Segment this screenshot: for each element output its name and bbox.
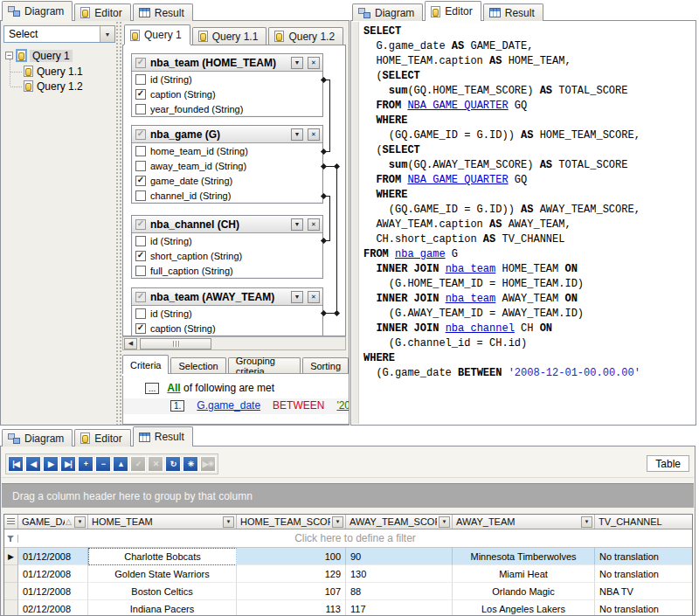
entity-close-button[interactable]: ✕ — [308, 218, 320, 231]
entity-dropdown-button[interactable]: ▼ — [291, 218, 303, 231]
table-cell[interactable]: 02/12/2008 — [18, 600, 88, 615]
nav-first-button[interactable]: |◀ — [8, 456, 24, 472]
entity-header[interactable]: nba_channel (CH)▼✕ — [132, 216, 322, 233]
entity-dropdown-button[interactable]: ▼ — [291, 57, 303, 69]
table-row[interactable]: ▶01/12/2008Charlotte Bobcats10090Minneso… — [4, 548, 692, 565]
table-cell[interactable]: 01/12/2008 — [18, 583, 88, 600]
diagram-hscrollbar[interactable]: ◀ — [122, 336, 346, 350]
entity-box[interactable]: nba_game (G)▼✕home_team_id (String)away_… — [131, 125, 323, 204]
column-header-tv_channel[interactable]: TV_CHANNEL — [595, 515, 693, 529]
entity-close-button[interactable]: ✕ — [308, 291, 320, 303]
tab-query-1[interactable]: Query 1 — [124, 24, 190, 45]
field-checkbox[interactable] — [135, 176, 146, 186]
nav-last-button[interactable]: ▶| — [60, 456, 76, 472]
sql-editor[interactable]: SELECT G.game_date AS GAME_DATE, HOME_TE… — [363, 24, 696, 425]
column-header-home_team_score[interactable]: HOME_TEAM_SCORE▼ — [237, 515, 346, 529]
field-checkbox[interactable] — [135, 308, 146, 319]
nav-delete-button[interactable]: − — [95, 456, 111, 472]
view-mode-button[interactable]: Table — [647, 455, 689, 472]
entity-field-row[interactable]: game_date (String) — [132, 173, 322, 188]
tab-editor[interactable]: Editor — [74, 429, 130, 446]
column-header-away_team_score[interactable]: AWAY_TEAM_SCORE▼ — [346, 515, 453, 529]
entity-box[interactable]: nba_team (HOME_TEAM)▼✕id (String)caption… — [131, 53, 323, 117]
table-cell[interactable]: Boston Celtics — [88, 583, 237, 600]
scroll-thumb[interactable] — [140, 338, 211, 350]
entity-checkbox[interactable] — [135, 219, 146, 230]
entity-field-row[interactable]: home_team_id (String) — [132, 143, 322, 158]
entity-checkbox[interactable] — [135, 292, 146, 302]
nav-fetch-all-button[interactable]: ✳ — [183, 456, 198, 472]
entity-box[interactable]: nba_team (AWAY_TEAM)▼✕id (String)caption… — [131, 287, 323, 336]
table-cell[interactable]: 88 — [346, 583, 453, 600]
table-cell[interactable]: Charlotte Bobcats — [88, 548, 237, 565]
column-filter-dropdown[interactable]: ▼ — [581, 516, 592, 528]
collapse-icon[interactable]: − — [5, 52, 13, 59]
field-checkbox[interactable] — [135, 251, 146, 261]
column-filter-dropdown[interactable]: ▼ — [74, 516, 86, 528]
field-checkbox[interactable] — [135, 266, 146, 276]
table-cell[interactable]: Orlando Magic — [453, 583, 595, 600]
table-cell[interactable]: No translation — [595, 565, 693, 583]
table-row[interactable]: 02/12/2008Indiana Pacers113117Los Angele… — [4, 600, 692, 615]
tab-grouping-criteria[interactable]: Grouping criteria — [228, 357, 301, 374]
tab-editor[interactable]: Editor — [425, 1, 481, 21]
entity-field-row[interactable]: away_team_id (String) — [132, 158, 322, 173]
field-checkbox[interactable] — [135, 190, 146, 201]
tree-item-query-1-1[interactable]: Query 1.1 — [24, 64, 83, 79]
entity-close-button[interactable]: ✕ — [308, 128, 320, 141]
entity-dropdown-button[interactable]: ▼ — [291, 128, 303, 141]
table-cell[interactable]: 130 — [346, 565, 453, 583]
tree-item-query-1[interactable]: − Query 1 — [5, 48, 73, 63]
nav-next-button[interactable]: ▶ — [43, 456, 59, 472]
table-cell[interactable]: 129 — [237, 565, 346, 583]
tab-selection[interactable]: Selection — [170, 357, 225, 374]
table-cell[interactable]: Minnesota Timberwolves — [453, 548, 595, 565]
entity-field-row[interactable]: full_caption (String) — [132, 263, 322, 278]
field-checkbox[interactable] — [135, 236, 146, 246]
table-row[interactable]: 01/12/2008Golden State Warriors129130Mia… — [4, 565, 692, 583]
grid-filter-row[interactable]: Click here to define a filter — [4, 529, 692, 548]
tree-item-query-1-2[interactable]: Query 1.2 — [24, 79, 83, 93]
entity-field-row[interactable]: year_founded (String) — [132, 101, 322, 116]
table-cell[interactable]: 117 — [346, 600, 453, 615]
field-checkbox[interactable] — [135, 89, 146, 100]
column-header-home_team[interactable]: HOME_TEAM▼ — [88, 515, 237, 529]
splitter[interactable] — [115, 21, 122, 425]
tab-diagram[interactable]: Diagram — [352, 3, 423, 21]
table-cell[interactable]: No translation — [595, 548, 693, 565]
diagram-canvas[interactable]: nba_team (HOME_TEAM)▼✕id (String)caption… — [122, 45, 346, 336]
criteria-operator-link[interactable]: BETWEEN — [273, 399, 324, 412]
tab-result[interactable]: Result — [133, 426, 193, 446]
tab-result[interactable]: Result — [133, 3, 193, 21]
table-cell[interactable]: Los Angeles Lakers — [453, 600, 595, 615]
entity-box[interactable]: nba_channel (CH)▼✕id (String)short_capti… — [131, 215, 323, 279]
criteria-field-link[interactable]: G.game_date — [197, 399, 260, 412]
query-type-select[interactable]: Select ▼ — [3, 25, 115, 43]
entity-header[interactable]: nba_team (HOME_TEAM)▼✕ — [132, 54, 322, 72]
column-filter-dropdown[interactable]: ▼ — [332, 516, 343, 528]
entity-header[interactable]: nba_team (AWAY_TEAM)▼✕ — [132, 288, 322, 306]
column-filter-dropdown[interactable]: ▼ — [223, 516, 234, 528]
entity-field-row[interactable]: id (String) — [132, 306, 322, 321]
entity-checkbox[interactable] — [135, 129, 146, 140]
table-cell[interactable]: Miami Heat — [453, 565, 595, 583]
table-cell[interactable]: 01/12/2008 — [18, 565, 88, 583]
tab-editor[interactable]: Editor — [74, 3, 130, 21]
table-cell[interactable]: No translation — [595, 600, 693, 615]
nav-edit-button[interactable]: ▲ — [113, 456, 128, 472]
field-checkbox[interactable] — [135, 146, 146, 156]
table-cell[interactable]: 01/12/2008 — [18, 548, 88, 565]
tab-query-1-2[interactable]: Query 1.2 — [268, 27, 343, 45]
filter-hint[interactable]: Click here to define a filter — [18, 532, 692, 544]
entity-field-row[interactable]: caption (String) — [132, 87, 322, 101]
entity-checkbox[interactable] — [135, 58, 146, 68]
table-cell[interactable]: NBA TV — [595, 583, 693, 600]
tab-diagram[interactable]: Diagram — [2, 1, 73, 21]
field-checkbox[interactable] — [135, 161, 146, 171]
tab-query-1-1[interactable]: Query 1.1 — [192, 27, 267, 45]
entity-field-row[interactable]: id (String) — [132, 72, 322, 87]
table-cell[interactable]: 113 — [237, 600, 346, 615]
field-checkbox[interactable] — [135, 104, 146, 114]
chevron-down-icon[interactable]: ▼ — [100, 26, 114, 42]
nav-refresh-button[interactable]: ↻ — [165, 456, 181, 472]
